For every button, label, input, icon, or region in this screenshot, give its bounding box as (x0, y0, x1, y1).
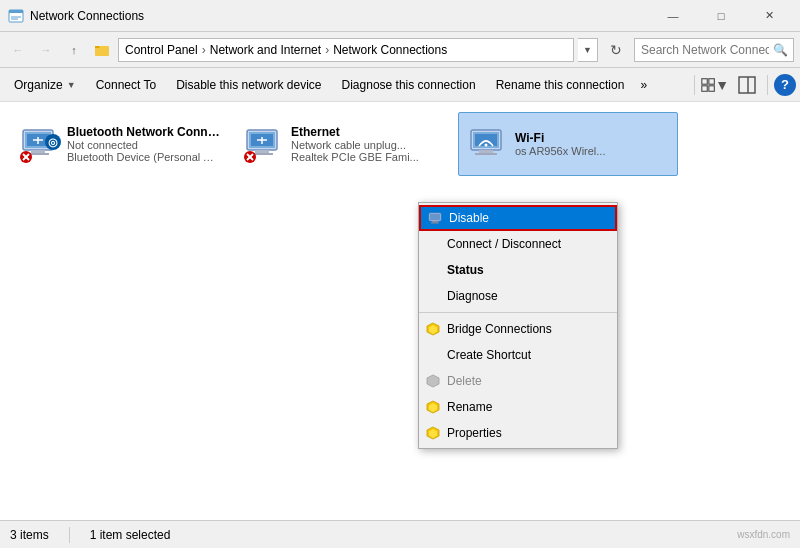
breadcrumb-network-internet[interactable]: Network and Internet (210, 43, 321, 57)
svg-rect-5 (702, 78, 707, 83)
wifi-network-icon (467, 124, 505, 162)
shield-rename-icon (425, 399, 441, 415)
svg-point-38 (485, 144, 488, 147)
more-options-button[interactable]: » (634, 71, 653, 99)
toolbar-separator (694, 75, 695, 95)
status-separator (69, 527, 70, 543)
search-wrapper: 🔍 (634, 38, 794, 62)
ethernet-item-name: Ethernet (291, 125, 445, 139)
connect-to-button[interactable]: Connect To (86, 71, 167, 99)
watermark: wsxfdn.com (737, 529, 790, 540)
wifi-item-info: Wi-Fi os AR956x Wirel... (515, 131, 669, 157)
preview-pane-button[interactable] (733, 71, 761, 99)
wifi-item-name: Wi-Fi (515, 131, 669, 145)
title-bar: Network Connections — □ ✕ (0, 0, 800, 32)
refresh-button[interactable]: ↻ (602, 38, 630, 62)
svg-rect-40 (430, 214, 440, 220)
organize-dropdown-arrow: ▼ (67, 80, 76, 90)
window-title: Network Connections (30, 9, 650, 23)
view-icon (701, 76, 715, 94)
error-badge (19, 150, 33, 164)
toolbar-separator-2 (767, 75, 768, 95)
ctx-properties[interactable]: Properties (419, 420, 617, 446)
bluetooth-icon-wrapper: ◎ (19, 124, 59, 164)
ctx-disable[interactable]: Disable (419, 205, 617, 231)
toolbar-right: ▼ ? (692, 71, 796, 99)
svg-rect-36 (475, 153, 497, 155)
diagnose-button[interactable]: Diagnose this connection (332, 71, 486, 99)
wifi-item-device: os AR956x Wirel... (515, 145, 669, 157)
item-count: 3 items (10, 528, 49, 542)
disable-device-button[interactable]: Disable this network device (166, 71, 331, 99)
close-button[interactable]: ✕ (746, 0, 792, 32)
bluetooth-item-info: Bluetooth Network Connection Not connect… (67, 125, 221, 163)
forward-button[interactable]: → (34, 38, 58, 62)
bluetooth-item-name: Bluetooth Network Connection (67, 125, 221, 139)
view-options-button[interactable]: ▼ (701, 71, 729, 99)
ctx-connect-disconnect[interactable]: Connect / Disconnect (419, 231, 617, 257)
network-item-ethernet[interactable]: Ethernet Network cable unplug... Realtek… (234, 112, 454, 176)
ethernet-error-badge (243, 150, 257, 164)
toolbar: Organize ▼ Connect To Disable this netwo… (0, 68, 800, 102)
svg-rect-8 (709, 85, 714, 90)
back-button[interactable]: ← (6, 38, 30, 62)
ctx-rename[interactable]: Rename (419, 394, 617, 420)
view-dropdown-arrow: ▼ (715, 77, 729, 93)
ctx-separator-1 (419, 312, 617, 313)
svg-rect-7 (702, 85, 707, 90)
search-input[interactable] (634, 38, 794, 62)
ethernet-item-info: Ethernet Network cable unplug... Realtek… (291, 125, 445, 163)
up-button[interactable]: ↑ (62, 38, 86, 62)
network-item-bluetooth[interactable]: ◎ Bluetooth Network Connection Not conne… (10, 112, 230, 176)
ethernet-icon-wrapper (243, 124, 283, 164)
ctx-delete[interactable]: Delete (419, 368, 617, 394)
maximize-button[interactable]: □ (698, 0, 744, 32)
ethernet-item-device: Realtek PCIe GBE Fami... (291, 151, 445, 163)
status-bar: 3 items 1 item selected wsxfdn.com (0, 520, 800, 548)
svg-rect-35 (479, 150, 493, 153)
context-menu: Disable Connect / Disconnect Status Diag… (418, 202, 618, 449)
breadcrumb[interactable]: Control Panel › Network and Internet › N… (118, 38, 574, 62)
ctx-shortcut[interactable]: Create Shortcut (419, 342, 617, 368)
svg-rect-6 (709, 78, 714, 83)
svg-rect-42 (431, 223, 439, 224)
bluetooth-item-device: Bluetooth Device (Personal Area ... (67, 151, 221, 163)
bluetooth-item-status: Not connected (67, 139, 221, 151)
rename-connection-button[interactable]: Rename this connection (486, 71, 635, 99)
minimize-button[interactable]: — (650, 0, 696, 32)
svg-rect-25 (255, 150, 269, 153)
window-icon (8, 8, 24, 24)
breadcrumb-control-panel[interactable]: Control Panel (125, 43, 198, 57)
svg-rect-1 (9, 10, 23, 13)
main-content: ◎ Bluetooth Network Connection Not conne… (0, 102, 800, 520)
ctx-status[interactable]: Status (419, 257, 617, 283)
ctx-diagnose[interactable]: Diagnose (419, 283, 617, 309)
bluetooth-symbol: ◎ (45, 134, 61, 150)
address-bar: ← → ↑ Control Panel › Network and Intern… (0, 32, 800, 68)
ethernet-item-status: Network cable unplug... (291, 139, 445, 151)
help-button[interactable]: ? (774, 74, 796, 96)
shield-delete-icon (425, 373, 441, 389)
preview-icon (738, 76, 756, 94)
svg-text:◎: ◎ (48, 136, 58, 148)
ctx-bridge[interactable]: Bridge Connections (419, 316, 617, 342)
breadcrumb-dropdown[interactable]: ▼ (578, 38, 598, 62)
shield-properties-icon (425, 425, 441, 441)
window-controls[interactable]: — □ ✕ (650, 0, 792, 32)
network-item-wifi[interactable]: Wi-Fi os AR956x Wirel... (458, 112, 678, 176)
svg-rect-9 (739, 77, 755, 93)
breadcrumb-network-connections[interactable]: Network Connections (333, 43, 447, 57)
svg-rect-13 (31, 150, 45, 153)
organize-button[interactable]: Organize ▼ (4, 71, 86, 99)
shield-bridge-icon (425, 321, 441, 337)
monitor-icon (427, 210, 443, 226)
wifi-icon-wrapper (467, 124, 507, 164)
svg-rect-41 (432, 221, 438, 223)
folder-icon (94, 42, 110, 58)
selected-count: 1 item selected (90, 528, 171, 542)
